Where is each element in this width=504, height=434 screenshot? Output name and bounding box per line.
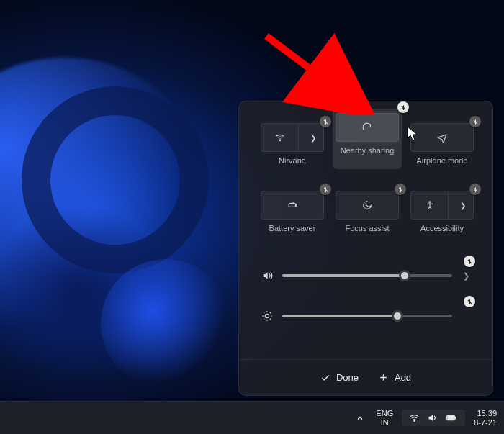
svg-rect-8 (455, 417, 456, 419)
unpin-icon[interactable] (469, 116, 481, 127)
wifi-toggle[interactable] (261, 124, 299, 151)
accessibility-toggle[interactable] (411, 191, 449, 219)
taskbar: ENG IN 15:39 8-7-21 (0, 401, 504, 434)
unpin-icon[interactable] (320, 184, 331, 195)
battery-icon (445, 412, 458, 423)
unpin-icon[interactable] (464, 256, 475, 267)
wifi-icon (409, 412, 420, 423)
add-label: Add (395, 372, 411, 383)
nearby-sharing-icon (362, 122, 372, 132)
focus-assist-icon (362, 200, 372, 210)
svg-point-4 (265, 314, 269, 317)
wifi-label: Nirvana (279, 156, 306, 165)
accessibility-expand[interactable]: ❯ (453, 191, 473, 219)
accessibility-label: Accessibility (420, 224, 464, 232)
airplane-mode-label: Airplane mode (417, 156, 468, 165)
language-indicator[interactable]: ENG IN (376, 409, 393, 426)
wifi-icon (275, 132, 285, 143)
tray-overflow-button[interactable] (353, 411, 367, 425)
volume-slider-row: ❯ (261, 264, 471, 287)
svg-rect-2 (296, 204, 297, 206)
volume-slider[interactable] (282, 274, 452, 277)
battery-saver-tile[interactable]: Battery saver (261, 191, 324, 240)
unpin-icon[interactable] (464, 296, 475, 307)
date: 8-7-21 (474, 418, 497, 427)
battery-saver-label: Battery saver (269, 224, 316, 232)
add-button[interactable]: Add (379, 372, 411, 383)
plus-icon (379, 373, 389, 383)
airplane-mode-tile[interactable]: Airplane mode (410, 123, 474, 172)
panel-footer: Done Add (239, 359, 492, 395)
clock[interactable]: 15:39 8-7-21 (474, 409, 497, 426)
svg-rect-9 (448, 417, 454, 420)
nearby-sharing-tile[interactable]: Nearby sharing (333, 109, 402, 169)
focus-assist-tile[interactable]: Focus assist (336, 191, 399, 240)
brightness-icon (261, 310, 274, 322)
unpin-icon[interactable] (395, 184, 406, 195)
unpin-icon[interactable] (469, 184, 481, 195)
check-icon (320, 373, 330, 383)
time: 15:39 (474, 409, 497, 417)
svg-rect-1 (289, 204, 295, 207)
brightness-slider-row: ❯ (261, 304, 471, 327)
quick-settings-panel: ❯ Nirvana Nearby sharing (238, 101, 493, 396)
brightness-slider[interactable] (282, 315, 452, 317)
nearby-sharing-label: Nearby sharing (341, 146, 395, 155)
airplane-icon (437, 132, 447, 143)
wifi-expand[interactable]: ❯ (303, 124, 323, 151)
accessibility-icon (425, 200, 435, 210)
quick-settings-grid: ❯ Nirvana Nearby sharing (261, 123, 471, 240)
done-label: Done (336, 372, 359, 383)
lang-bottom: IN (376, 418, 393, 427)
svg-line-5 (266, 36, 360, 107)
unpin-icon[interactable] (320, 116, 331, 127)
unpin-icon[interactable] (397, 101, 409, 113)
system-tray[interactable] (402, 410, 465, 426)
lang-top: ENG (376, 409, 393, 417)
svg-point-0 (279, 140, 280, 141)
battery-saver-icon (287, 200, 297, 210)
volume-icon (261, 270, 274, 281)
volume-icon (427, 412, 438, 423)
svg-point-3 (428, 202, 430, 203)
wifi-tile[interactable]: ❯ Nirvana (261, 123, 324, 172)
volume-expand[interactable]: ❯ (461, 271, 471, 281)
svg-point-6 (414, 420, 415, 421)
focus-assist-label: Focus assist (345, 224, 389, 232)
done-button[interactable]: Done (320, 372, 359, 383)
accessibility-tile[interactable]: ❯ Accessibility (410, 191, 474, 240)
